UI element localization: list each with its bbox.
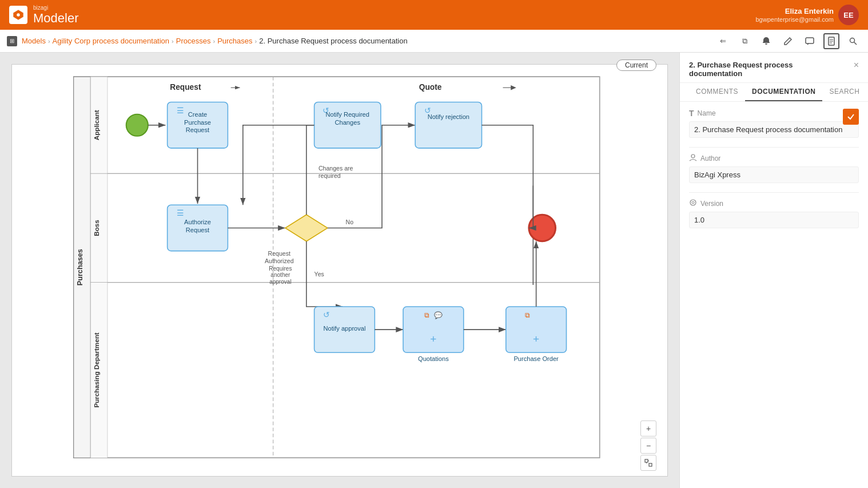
field-name-section: T Name 2. Purchase Request process docum… (689, 109, 859, 138)
tab-comments[interactable]: COMMENTS (689, 83, 745, 101)
task-notify-rejection-label: Notify rejection (428, 113, 469, 120)
lane-purchasing-label: Purchasing Department (93, 332, 100, 407)
task-po-icon: ⧉ (525, 311, 530, 319)
current-badge[interactable]: Current (616, 59, 656, 71)
svg-text:Purchase: Purchase (184, 119, 211, 126)
zoom-fit-btn[interactable] (640, 455, 656, 471)
task-create-pr-icon: ☰ (177, 106, 184, 115)
edit-confirm-btn[interactable] (843, 109, 859, 125)
divider-2 (689, 192, 859, 193)
divider-1 (689, 147, 859, 148)
breadcrumb-sep-4: › (255, 38, 257, 45)
task-purchase-order[interactable] (506, 307, 567, 352)
user-name: Eliza Enterkin (755, 7, 834, 17)
task-po-label: Purchase Order (513, 355, 559, 362)
gateway-no-label: No (346, 219, 354, 225)
task-authorize-icon: ☰ (177, 209, 184, 217)
breadcrumb-current: 2. Purchase Request process documentatio… (259, 37, 407, 45)
toolbar-page-btn[interactable] (823, 33, 839, 49)
task-po-plus: + (533, 333, 539, 345)
version-icon (689, 199, 697, 208)
task-notify-approval-icon: ↺ (323, 311, 330, 319)
svg-point-31 (691, 154, 695, 158)
right-panel: 2. Purchase Request process documentatio… (679, 53, 868, 488)
start-event (126, 114, 148, 136)
field-name-value: 2. Purchase Request process documentatio… (689, 121, 859, 138)
app-main-title: Modeler (33, 12, 78, 25)
svg-text:Authorized: Authorized (265, 257, 294, 264)
changes-required-label: Changes are (318, 165, 353, 172)
gateway-authorized-label: Request (268, 250, 290, 257)
toolbar-chat-btn[interactable] (802, 33, 818, 49)
field-version-label-text: Version (700, 200, 723, 208)
task-quotations-plus: + (430, 333, 436, 345)
task-authorize-label: Authorize (184, 219, 211, 225)
section-request-label: Request (170, 83, 201, 92)
toolbar-left-btn[interactable]: ⇐ (715, 33, 731, 49)
breadcrumb-purchases[interactable]: Purchases (217, 37, 252, 45)
grid-icon[interactable]: ⊞ (7, 36, 17, 46)
toolbar-search-btn[interactable] (845, 33, 861, 49)
gateway (285, 215, 328, 241)
task-quotations-icon1: ⧉ (424, 311, 429, 319)
panel-tabs: COMMENTS DOCUMENTATION SEARCH (680, 83, 868, 102)
svg-line-8 (854, 42, 857, 45)
lane-boss-label: Boss (93, 220, 100, 236)
bpmn-diagram: Purchases Applicant Boss Purchasing Depa… (12, 65, 667, 476)
pool-label: Purchases (76, 249, 84, 285)
canvas-inner: Purchases Applicant Boss Purchasing Depa… (11, 64, 668, 477)
field-version-value: 1.0 (689, 212, 859, 228)
field-name-label: T Name (689, 109, 859, 118)
toolbar-bell-btn[interactable] (758, 33, 774, 49)
tab-search[interactable]: SEARCH (822, 83, 866, 101)
logo-icon[interactable] (9, 6, 27, 24)
panel-title: 2. Purchase Request process documentatio… (689, 61, 854, 78)
breadcrumb-models[interactable]: Models (22, 37, 46, 45)
panel-close-btn[interactable]: × (854, 61, 859, 70)
svg-text:approval: approval (269, 279, 291, 285)
svg-text:Changes: Changes (335, 119, 361, 126)
canvas-area[interactable]: Purchases Applicant Boss Purchasing Depa… (0, 53, 679, 488)
main-layout: Purchases Applicant Boss Purchasing Depa… (0, 53, 868, 488)
svg-rect-27 (645, 459, 648, 462)
breadcrumb-sep-2: › (172, 38, 174, 45)
avatar[interactable]: EE (838, 5, 859, 25)
tab-documentation[interactable]: DOCUMENTATION (745, 83, 822, 101)
breadcrumb-sep-1: › (48, 38, 50, 45)
gateway-yes-label: Yes (314, 271, 324, 277)
field-author-label-text: Author (700, 154, 720, 162)
field-author-section: Author BizAgi Xpress (689, 153, 859, 183)
zoom-out-btn[interactable]: − (640, 438, 656, 454)
toolbar-copy-btn[interactable]: ⧉ (736, 33, 752, 49)
toolbar-edit-btn[interactable] (780, 33, 796, 49)
zoom-controls: + − (640, 420, 656, 471)
section-quote-label: Quote (419, 83, 442, 92)
breadcrumb-agility[interactable]: Agility Corp process documentation (53, 37, 170, 45)
user-info: Eliza Enterkin bgwpenterprise@gmail.com (755, 7, 834, 23)
breadcrumb-processes[interactable]: Processes (176, 37, 211, 45)
logo-area: bizagi Modeler (9, 5, 78, 25)
header-right: Eliza Enterkin bgwpenterprise@gmail.com … (755, 5, 859, 25)
title-area: bizagi Modeler (33, 5, 78, 25)
svg-point-32 (690, 200, 696, 205)
field-author-value: BizAgi Xpress (689, 166, 859, 183)
author-user-icon (689, 153, 697, 163)
breadcrumb-actions: ⇐ ⧉ (715, 33, 861, 49)
task-quotations-label: Quotations (418, 355, 449, 362)
field-version-section: Version 1.0 (689, 199, 859, 228)
user-email: bgwpenterprise@gmail.com (755, 16, 834, 23)
svg-rect-2 (806, 38, 814, 43)
zoom-in-btn[interactable]: + (640, 420, 656, 437)
lane-applicant-label: Applicant (93, 110, 100, 140)
svg-text:Request: Request (186, 227, 209, 233)
svg-text:Request: Request (186, 126, 209, 133)
svg-point-7 (850, 38, 855, 42)
task-quotations[interactable] (403, 307, 464, 352)
field-author-label: Author (689, 153, 859, 163)
req-approval-label: Requires (269, 265, 292, 272)
panel-body: T Name 2. Purchase Request process docum… (680, 102, 868, 488)
app-header: bizagi Modeler Eliza Enterkin bgwpenterp… (0, 0, 868, 30)
task-create-pr-label: Create (188, 111, 207, 118)
name-text-icon: T (689, 109, 694, 118)
app-sub-title: bizagi (33, 5, 78, 11)
